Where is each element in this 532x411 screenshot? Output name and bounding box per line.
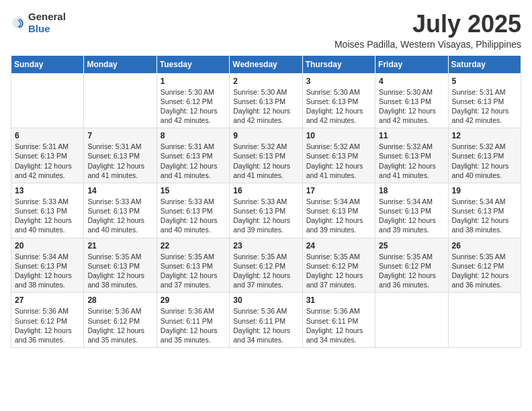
day-info: Sunrise: 5:30 AMSunset: 6:13 PMDaylight:… — [306, 87, 371, 126]
day-number: 14 — [87, 186, 152, 195]
weekday-header-saturday: Saturday — [448, 55, 521, 73]
day-info: Sunrise: 5:33 AMSunset: 6:13 PMDaylight:… — [233, 197, 298, 235]
logo-general: General — [28, 11, 66, 23]
day-number: 20 — [15, 241, 80, 250]
weekday-header-tuesday: Tuesday — [157, 55, 229, 73]
calendar-week-5: 27Sunrise: 5:36 AMSunset: 6:12 PMDayligh… — [11, 293, 521, 348]
day-info: Sunrise: 5:30 AMSunset: 6:13 PMDaylight:… — [233, 87, 298, 126]
day-number: 31 — [306, 295, 371, 305]
calendar-cell: 30Sunrise: 5:36 AMSunset: 6:11 PMDayligh… — [230, 293, 302, 348]
calendar-cell: 18Sunrise: 5:34 AMSunset: 6:13 PMDayligh… — [375, 183, 448, 238]
day-number: 10 — [306, 131, 371, 140]
day-number: 30 — [233, 295, 298, 305]
calendar-week-3: 13Sunrise: 5:33 AMSunset: 6:13 PMDayligh… — [11, 183, 521, 238]
calendar-cell: 7Sunrise: 5:31 AMSunset: 6:13 PMDaylight… — [84, 128, 157, 183]
day-number: 8 — [161, 131, 226, 140]
day-info: Sunrise: 5:36 AMSunset: 6:11 PMDaylight:… — [233, 306, 298, 345]
calendar-cell: 11Sunrise: 5:32 AMSunset: 6:13 PMDayligh… — [375, 128, 448, 183]
day-number: 26 — [452, 241, 517, 250]
day-info: Sunrise: 5:32 AMSunset: 6:13 PMDaylight:… — [379, 142, 444, 180]
calendar-cell: 5Sunrise: 5:31 AMSunset: 6:13 PMDaylight… — [448, 73, 521, 128]
day-number: 17 — [306, 186, 371, 195]
day-number: 2 — [233, 77, 298, 86]
calendar-cell: 14Sunrise: 5:33 AMSunset: 6:13 PMDayligh… — [84, 183, 157, 238]
calendar-week-4: 20Sunrise: 5:34 AMSunset: 6:13 PMDayligh… — [11, 238, 521, 293]
calendar-cell: 21Sunrise: 5:35 AMSunset: 6:13 PMDayligh… — [84, 238, 157, 293]
page-header: General Blue July 2025 Moises Padilla, W… — [11, 11, 521, 50]
day-number: 18 — [379, 186, 444, 195]
calendar-cell — [448, 293, 521, 348]
day-info: Sunrise: 5:34 AMSunset: 6:13 PMDaylight:… — [379, 197, 444, 235]
day-info: Sunrise: 5:34 AMSunset: 6:13 PMDaylight:… — [306, 197, 371, 235]
calendar-cell: 19Sunrise: 5:34 AMSunset: 6:13 PMDayligh… — [448, 183, 521, 238]
day-info: Sunrise: 5:36 AMSunset: 6:12 PMDaylight:… — [87, 306, 152, 345]
day-info: Sunrise: 5:32 AMSunset: 6:13 PMDaylight:… — [306, 142, 371, 180]
calendar-cell: 20Sunrise: 5:34 AMSunset: 6:13 PMDayligh… — [11, 238, 84, 293]
calendar-cell: 13Sunrise: 5:33 AMSunset: 6:13 PMDayligh… — [11, 183, 84, 238]
calendar-cell: 27Sunrise: 5:36 AMSunset: 6:12 PMDayligh… — [11, 293, 84, 348]
calendar-table: SundayMondayTuesdayWednesdayThursdayFrid… — [11, 55, 521, 348]
day-info: Sunrise: 5:31 AMSunset: 6:13 PMDaylight:… — [15, 142, 80, 180]
day-info: Sunrise: 5:33 AMSunset: 6:13 PMDaylight:… — [15, 197, 80, 235]
day-info: Sunrise: 5:34 AMSunset: 6:13 PMDaylight:… — [452, 197, 517, 235]
day-info: Sunrise: 5:35 AMSunset: 6:13 PMDaylight:… — [87, 252, 152, 290]
day-info: Sunrise: 5:36 AMSunset: 6:12 PMDaylight:… — [15, 306, 80, 345]
day-info: Sunrise: 5:35 AMSunset: 6:12 PMDaylight:… — [233, 252, 298, 290]
calendar-cell — [375, 293, 448, 348]
day-number: 28 — [87, 295, 152, 305]
calendar-cell: 6Sunrise: 5:31 AMSunset: 6:13 PMDaylight… — [11, 128, 84, 183]
logo-icon — [11, 15, 26, 30]
day-number: 13 — [15, 186, 80, 195]
logo-text: General Blue — [28, 11, 66, 35]
day-number: 27 — [15, 295, 80, 305]
weekday-header-sunday: Sunday — [11, 55, 84, 73]
day-info: Sunrise: 5:31 AMSunset: 6:13 PMDaylight:… — [87, 142, 152, 180]
day-number: 24 — [306, 241, 371, 250]
calendar-cell: 8Sunrise: 5:31 AMSunset: 6:13 PMDaylight… — [157, 128, 229, 183]
day-info: Sunrise: 5:35 AMSunset: 6:12 PMDaylight:… — [306, 252, 371, 290]
calendar-week-1: 1Sunrise: 5:30 AMSunset: 6:12 PMDaylight… — [11, 73, 521, 128]
calendar-cell: 4Sunrise: 5:30 AMSunset: 6:13 PMDaylight… — [375, 73, 448, 128]
calendar-cell: 1Sunrise: 5:30 AMSunset: 6:12 PMDaylight… — [157, 73, 229, 128]
location: Moises Padilla, Western Visayas, Philipp… — [335, 39, 521, 50]
day-info: Sunrise: 5:36 AMSunset: 6:11 PMDaylight:… — [161, 306, 226, 345]
day-info: Sunrise: 5:36 AMSunset: 6:11 PMDaylight:… — [306, 306, 371, 345]
day-info: Sunrise: 5:35 AMSunset: 6:12 PMDaylight:… — [379, 252, 444, 290]
day-number: 29 — [161, 295, 226, 305]
day-number: 3 — [306, 77, 371, 86]
calendar-cell: 16Sunrise: 5:33 AMSunset: 6:13 PMDayligh… — [230, 183, 302, 238]
day-info: Sunrise: 5:32 AMSunset: 6:13 PMDaylight:… — [233, 142, 298, 180]
weekday-header-friday: Friday — [375, 55, 448, 73]
day-number: 6 — [15, 131, 80, 140]
calendar-cell: 17Sunrise: 5:34 AMSunset: 6:13 PMDayligh… — [302, 183, 375, 238]
calendar-cell — [84, 73, 157, 128]
day-number: 23 — [233, 241, 298, 250]
day-number: 21 — [87, 241, 152, 250]
calendar-cell: 9Sunrise: 5:32 AMSunset: 6:13 PMDaylight… — [230, 128, 302, 183]
weekday-header-wednesday: Wednesday — [230, 55, 302, 73]
calendar-cell: 2Sunrise: 5:30 AMSunset: 6:13 PMDaylight… — [230, 73, 302, 128]
day-info: Sunrise: 5:30 AMSunset: 6:13 PMDaylight:… — [379, 87, 444, 126]
logo: General Blue — [11, 11, 66, 35]
day-info: Sunrise: 5:33 AMSunset: 6:13 PMDaylight:… — [161, 197, 226, 235]
day-number: 1 — [161, 77, 226, 86]
day-info: Sunrise: 5:34 AMSunset: 6:13 PMDaylight:… — [15, 252, 80, 290]
day-number: 19 — [452, 186, 517, 195]
day-number: 25 — [379, 241, 444, 250]
calendar-cell: 25Sunrise: 5:35 AMSunset: 6:12 PMDayligh… — [375, 238, 448, 293]
day-info: Sunrise: 5:31 AMSunset: 6:13 PMDaylight:… — [452, 87, 517, 126]
calendar-cell: 3Sunrise: 5:30 AMSunset: 6:13 PMDaylight… — [302, 73, 375, 128]
logo-general-text: General — [28, 11, 66, 22]
month-year: July 2025 — [335, 11, 521, 38]
calendar-week-2: 6Sunrise: 5:31 AMSunset: 6:13 PMDaylight… — [11, 128, 521, 183]
day-number: 15 — [161, 186, 226, 195]
calendar-cell: 26Sunrise: 5:35 AMSunset: 6:12 PMDayligh… — [448, 238, 521, 293]
calendar-cell: 28Sunrise: 5:36 AMSunset: 6:12 PMDayligh… — [84, 293, 157, 348]
calendar-cell — [11, 73, 84, 128]
calendar-body: 1Sunrise: 5:30 AMSunset: 6:12 PMDaylight… — [11, 73, 521, 347]
day-number: 11 — [379, 131, 444, 140]
weekday-header-monday: Monday — [84, 55, 157, 73]
calendar-cell: 15Sunrise: 5:33 AMSunset: 6:13 PMDayligh… — [157, 183, 229, 238]
logo-blue: Blue — [28, 23, 66, 35]
title-block: July 2025 Moises Padilla, Western Visaya… — [335, 11, 521, 50]
